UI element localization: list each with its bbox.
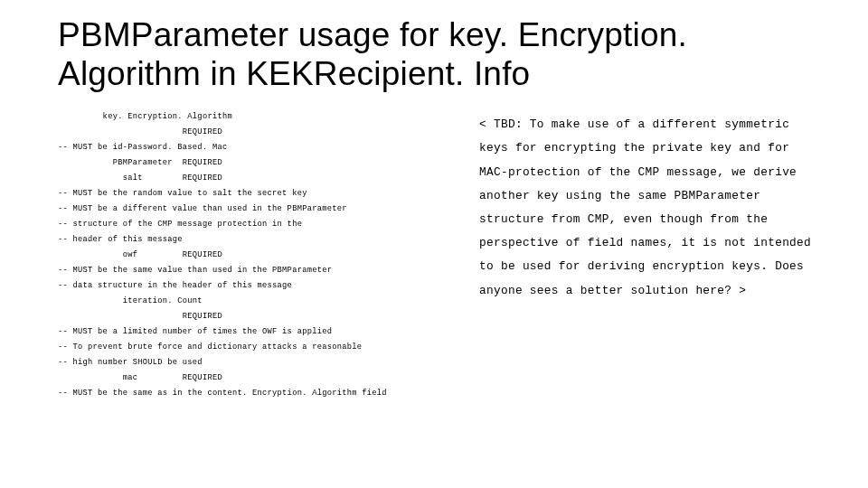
page-title: PBMParameter usage for key. Encryption. …: [58, 16, 825, 93]
slide: PBMParameter usage for key. Encryption. …: [0, 0, 868, 488]
content-columns: key. Encryption. Algorithm REQUIRED -- M…: [58, 102, 825, 400]
asn1-definition-block: key. Encryption. Algorithm REQUIRED -- M…: [58, 102, 465, 400]
tbd-note-block: < TBD: To make use of a different symmet…: [479, 102, 825, 400]
